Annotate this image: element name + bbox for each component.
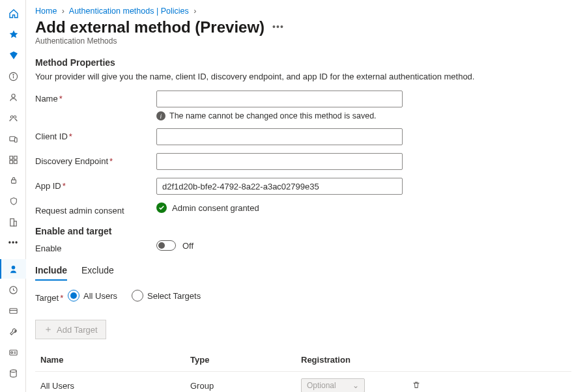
svg-rect-11: [14, 160, 17, 163]
svg-rect-9: [14, 156, 17, 159]
svg-point-5: [14, 115, 16, 118]
left-nav: •••: [0, 0, 26, 392]
nav-more-icon[interactable]: •••: [0, 233, 26, 253]
svg-rect-17: [10, 308, 17, 313]
svg-point-2: [13, 74, 14, 75]
svg-point-15: [12, 265, 16, 269]
radio-select-targets[interactable]: Select Targets: [132, 290, 201, 301]
chevron-right-icon: ›: [59, 7, 67, 16]
col-name[interactable]: Name: [35, 348, 185, 372]
col-registration[interactable]: Registration: [296, 348, 407, 372]
nav-user-icon[interactable]: [0, 87, 26, 107]
svg-point-4: [10, 115, 13, 118]
info-icon: i: [156, 111, 165, 120]
appid-label: App ID*: [35, 178, 156, 191]
breadcrumb-home[interactable]: Home: [35, 7, 57, 16]
add-target-label: Add Target: [57, 325, 98, 335]
targets-table: Name Type Registration All Users Group O…: [35, 348, 571, 392]
svg-point-3: [12, 94, 15, 97]
plus-icon: ＋: [44, 324, 53, 335]
nav-shield-icon[interactable]: [0, 191, 26, 211]
name-hint: The name cannot be changed once this met…: [169, 111, 377, 120]
nav-org-icon[interactable]: [0, 212, 26, 232]
page-title: Add external method (Preview): [35, 18, 265, 36]
nav-clock-icon[interactable]: [0, 280, 26, 300]
target-label: Target*: [35, 290, 68, 303]
radio-all-users-label: All Users: [83, 291, 117, 301]
nav-data-icon[interactable]: [0, 363, 26, 383]
main-content: Home › Authentication methods | Policies…: [26, 0, 587, 392]
table-row: All Users Group Optional ⌄: [35, 372, 571, 393]
nav-apps-icon[interactable]: [0, 150, 26, 169]
nav-users-icon[interactable]: [0, 108, 26, 128]
nav-diamond-icon[interactable]: [0, 46, 26, 65]
tab-exclude[interactable]: Exclude: [81, 262, 114, 281]
tab-include[interactable]: Include: [35, 262, 67, 281]
svg-rect-12: [11, 180, 16, 183]
section-description: Your provider will give you the name, cl…: [35, 72, 571, 81]
enable-label: Enable: [35, 240, 156, 253]
appid-input[interactable]: [156, 178, 403, 195]
enable-toggle[interactable]: [156, 240, 176, 251]
chevron-down-icon: ⌄: [352, 381, 359, 390]
svg-rect-13: [10, 218, 14, 225]
delete-icon[interactable]: [412, 381, 421, 391]
chevron-right-icon: ›: [191, 7, 199, 16]
nav-home-icon[interactable]: [0, 4, 26, 23]
registration-value: Optional: [307, 381, 336, 390]
cell-type: Group: [185, 372, 296, 393]
nav-favorites-icon[interactable]: [0, 25, 26, 44]
svg-point-23: [10, 369, 16, 372]
radio-all-users[interactable]: All Users: [68, 290, 117, 301]
section-method-properties: Method Properties: [35, 57, 571, 68]
nav-auth-methods-icon[interactable]: [0, 259, 26, 279]
nav-info-icon[interactable]: [0, 66, 26, 86]
section-enable-target: Enable and target: [35, 226, 571, 236]
page-subtitle: Authentication Methods: [35, 36, 571, 46]
nav-card-icon[interactable]: [0, 301, 26, 320]
add-target-button[interactable]: ＋ Add Target: [35, 320, 106, 339]
discovery-input[interactable]: [156, 153, 403, 170]
radio-select-targets-label: Select Targets: [147, 291, 201, 301]
consent-label: Request admin consent: [35, 203, 156, 216]
svg-rect-14: [14, 221, 16, 226]
nav-id-icon[interactable]: [0, 343, 26, 362]
svg-rect-10: [10, 160, 13, 163]
more-actions-icon[interactable]: •••: [272, 21, 284, 32]
checkmark-icon: [156, 203, 167, 213]
name-input[interactable]: [156, 91, 403, 107]
nav-wrench-icon[interactable]: [0, 322, 26, 341]
name-label: Name*: [35, 91, 156, 104]
consent-status: Admin consent granted: [172, 203, 259, 213]
clientid-label: Client ID*: [35, 128, 156, 141]
registration-select[interactable]: Optional ⌄: [301, 378, 365, 392]
svg-rect-7: [14, 137, 17, 142]
clientid-input[interactable]: [156, 128, 403, 145]
col-type[interactable]: Type: [185, 348, 296, 372]
nav-devices-icon[interactable]: [0, 129, 26, 148]
svg-rect-8: [10, 156, 13, 159]
discovery-label: Discovery Endpoint*: [35, 153, 156, 166]
breadcrumb-policies[interactable]: Authentication methods | Policies: [69, 7, 189, 16]
enable-state: Off: [182, 241, 193, 251]
svg-point-20: [11, 352, 13, 354]
nav-lock-icon[interactable]: [0, 171, 26, 190]
breadcrumb: Home › Authentication methods | Policies…: [35, 7, 571, 16]
cell-name: All Users: [35, 372, 185, 393]
